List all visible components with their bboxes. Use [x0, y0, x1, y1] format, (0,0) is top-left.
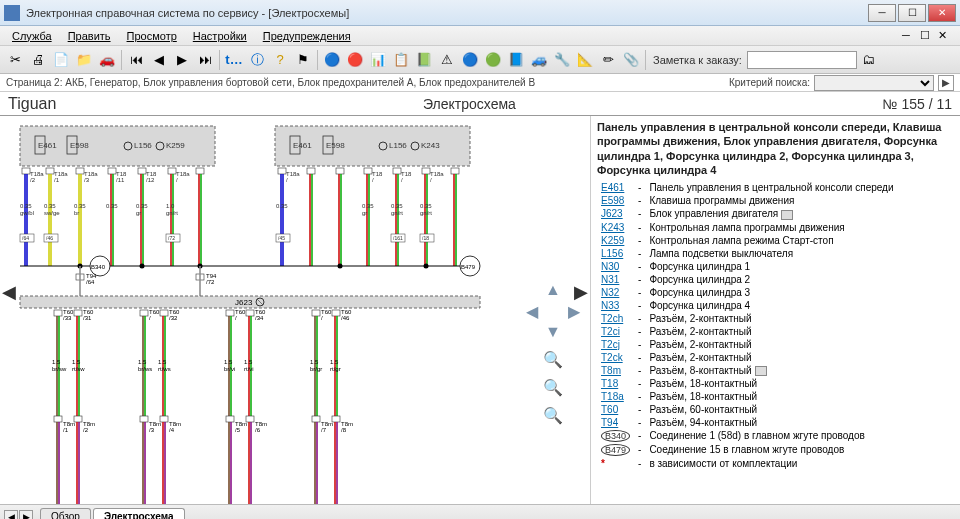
legend-row: T8m-Разъём, 8-контактный	[597, 364, 954, 377]
pan-right-icon[interactable]: ▶	[565, 302, 583, 320]
pan-left-icon[interactable]: ◀	[523, 302, 541, 320]
tool-help-icon[interactable]: ?	[269, 49, 291, 71]
svg-text:br/vi: br/vi	[224, 366, 235, 372]
order-search-icon[interactable]: 🗂	[858, 49, 880, 71]
menu-settings[interactable]: Настройки	[185, 28, 255, 44]
tool-flag-icon[interactable]: ⚑	[292, 49, 314, 71]
svg-text:/64: /64	[22, 235, 29, 241]
svg-text:E598: E598	[326, 141, 345, 150]
zoom-out-icon[interactable]: 🔍	[543, 349, 563, 369]
tool-prev-icon[interactable]: ◀	[148, 49, 170, 71]
legend-id-link[interactable]: L156	[597, 247, 634, 260]
tool-m-icon[interactable]: 📎	[620, 49, 642, 71]
svg-text:gn/rt: gn/rt	[420, 210, 432, 216]
order-label: Заметка к заказу:	[653, 54, 742, 66]
tool-doc-icon[interactable]: 📄	[50, 49, 72, 71]
diagram-nav-left-icon[interactable]: ◀	[2, 281, 16, 303]
legend-id-link[interactable]: T2ch	[597, 312, 634, 325]
legend-id-link[interactable]: E461	[597, 181, 634, 194]
pan-down-icon[interactable]: ▼	[544, 323, 562, 341]
tool-warn-icon[interactable]: ⚠	[436, 49, 458, 71]
legend-id-link[interactable]: N33	[597, 299, 634, 312]
tool-info-icon[interactable]: ⓘ	[246, 49, 268, 71]
mdi-maximize-button[interactable]: ☐	[920, 29, 938, 43]
svg-text:gn/rt: gn/rt	[166, 210, 178, 216]
menu-edit[interactable]: Править	[60, 28, 119, 44]
legend-id-link[interactable]: T2cj	[597, 338, 634, 351]
maximize-button[interactable]: ☐	[898, 4, 926, 22]
svg-text:/161: /161	[393, 235, 403, 241]
tool-j-icon[interactable]: 🔧	[551, 49, 573, 71]
tool-next-icon[interactable]: ▶	[171, 49, 193, 71]
svg-text:E461: E461	[38, 141, 57, 150]
svg-rect-204	[312, 310, 320, 316]
tab-overview[interactable]: Обзор	[40, 508, 91, 519]
camera-icon[interactable]	[755, 366, 767, 376]
zoom-in-icon[interactable]: 🔍	[543, 405, 563, 425]
legend-id-link[interactable]: N32	[597, 286, 634, 299]
mdi-close-button[interactable]: ✕	[938, 29, 956, 43]
tool-f-icon[interactable]: 🔵	[459, 49, 481, 71]
legend-id-link[interactable]: T94	[597, 416, 634, 429]
tool-d-icon[interactable]: 📋	[390, 49, 412, 71]
tool-b-icon[interactable]: 🔴	[344, 49, 366, 71]
tool-h-icon[interactable]: 📘	[505, 49, 527, 71]
tool-e-icon[interactable]: 📗	[413, 49, 435, 71]
tab-wiring[interactable]: Электросхема	[93, 508, 185, 519]
legend-id-link[interactable]: T2ci	[597, 325, 634, 338]
search-criteria-select[interactable]	[814, 75, 934, 91]
tool-last-icon[interactable]: ⏭	[194, 49, 216, 71]
pan-up-icon[interactable]: ▲	[544, 281, 562, 299]
tool-print-icon[interactable]: 🖨	[27, 49, 49, 71]
close-button[interactable]: ✕	[928, 4, 956, 22]
legend-id-link[interactable]: T8m	[597, 364, 634, 377]
legend-id-link[interactable]: E598	[597, 194, 634, 207]
svg-text:/2: /2	[83, 427, 89, 433]
search-go-button[interactable]: ▶	[938, 75, 954, 91]
legend-id-link[interactable]: N31	[597, 273, 634, 286]
tool-i-icon[interactable]: 🚙	[528, 49, 550, 71]
legend-id-link[interactable]: T60	[597, 403, 634, 416]
svg-text:/72: /72	[206, 279, 215, 285]
legend-row: *-в зависимости от комплектации	[597, 457, 954, 470]
legend-table: E461-Панель управления в центральной кон…	[597, 181, 954, 470]
menu-warnings[interactable]: Предупреждения	[255, 28, 359, 44]
tool-first-icon[interactable]: ⏮	[125, 49, 147, 71]
tool-cut-icon[interactable]: ✂	[4, 49, 26, 71]
legend-row: K259-Контрольная лампа режима Старт-стоп	[597, 234, 954, 247]
tab-nav-next-icon[interactable]: ▶	[19, 510, 33, 519]
svg-rect-163	[140, 416, 148, 422]
legend-id-link[interactable]: K259	[597, 234, 634, 247]
svg-text:/: /	[401, 177, 403, 183]
wiring-diagram[interactable]: E461E598L156K259E461E598L156K243T18a/20.…	[0, 116, 590, 504]
svg-rect-98	[422, 168, 430, 174]
tool-c-icon[interactable]: 📊	[367, 49, 389, 71]
tool-a-icon[interactable]: 🔵	[321, 49, 343, 71]
svg-text:/1: /1	[54, 177, 60, 183]
section-title: Электросхема	[56, 96, 882, 112]
tool-t-icon[interactable]: t…	[223, 49, 245, 71]
camera-icon[interactable]	[781, 210, 793, 220]
legend-id-link[interactable]: K243	[597, 221, 634, 234]
legend-id-link[interactable]: T18	[597, 377, 634, 390]
legend-id-link[interactable]: N30	[597, 260, 634, 273]
tool-l-icon[interactable]: ✏	[597, 49, 619, 71]
tool-k-icon[interactable]: 📐	[574, 49, 596, 71]
svg-text:/7: /7	[321, 427, 327, 433]
legend-id-link[interactable]: T18a	[597, 390, 634, 403]
minimize-button[interactable]: ─	[868, 4, 896, 22]
tool-car-icon[interactable]: 🚗	[96, 49, 118, 71]
zoom-reset-icon[interactable]: 🔍	[543, 377, 563, 397]
legend-id-link[interactable]: T2ck	[597, 351, 634, 364]
mdi-minimize-button[interactable]: ─	[902, 29, 920, 43]
tab-nav-prev-icon[interactable]: ◀	[4, 510, 18, 519]
svg-point-115	[424, 264, 429, 269]
order-input[interactable]	[747, 51, 857, 69]
tool-g-icon[interactable]: 🟢	[482, 49, 504, 71]
tool-folder-icon[interactable]: 📁	[73, 49, 95, 71]
menu-view[interactable]: Просмотр	[119, 28, 185, 44]
svg-text:gr: gr	[136, 210, 141, 216]
svg-rect-192	[246, 310, 254, 316]
legend-id-link[interactable]: J623	[597, 207, 634, 220]
menu-service[interactable]: Служба	[4, 28, 60, 44]
